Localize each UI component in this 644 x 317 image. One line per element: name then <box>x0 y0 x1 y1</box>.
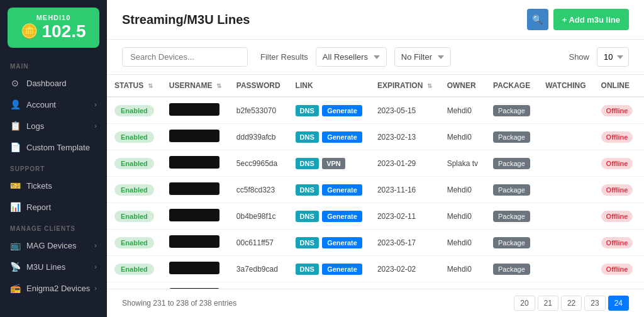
sidebar-item-enigma2[interactable]: 📻 Enigma2 Devices › <box>0 277 107 299</box>
cell-expiration: 2023-02-02 <box>370 256 440 282</box>
cell-owner: Mehdi0 <box>440 230 486 256</box>
cell-password: 8360f95bac <box>229 282 288 289</box>
table-row: Enabled 00c611ff57 DNS Generate 2023-05-… <box>107 230 644 256</box>
dns-button[interactable]: DNS <box>296 184 319 196</box>
table-row: Enabled cc5f8cd323 DNS Generate 2023-11-… <box>107 177 644 203</box>
generate-button[interactable]: Generate <box>322 131 362 143</box>
sidebar-item-logs[interactable]: 📋 Logs › <box>0 115 107 136</box>
dns-button[interactable]: DNS <box>296 211 319 222</box>
cell-owner: Mehdi0 <box>440 282 486 289</box>
m3u-icon: 📡 <box>10 262 20 272</box>
vpn-button[interactable]: VPN <box>322 158 345 169</box>
col-online: ONLINE <box>594 75 641 97</box>
sidebar-label-mag: MAG Devices <box>26 241 76 250</box>
cell-password: 00c611ff57 <box>229 230 288 256</box>
cell-online: Offline <box>594 256 641 282</box>
dns-button[interactable]: DNS <box>296 131 319 143</box>
sidebar-item-mag-devices[interactable]: 📺 MAG Devices › <box>0 235 107 256</box>
cell-username <box>162 97 229 124</box>
reseller-filter-select[interactable]: All Resellers <box>316 47 387 67</box>
cell-package: Package <box>486 150 538 177</box>
cell-package: Package <box>486 124 538 150</box>
cell-online: Offline <box>594 97 641 124</box>
cell-username <box>162 177 229 203</box>
search-input[interactable] <box>122 47 248 67</box>
sidebar-label-logs: Logs <box>26 121 44 131</box>
chevron-right-icon: › <box>94 101 97 108</box>
cell-owner: Mehdi0 <box>440 256 486 282</box>
generate-button[interactable]: Generate <box>322 184 362 196</box>
page-btn-22[interactable]: 22 <box>561 296 582 311</box>
section-label-support: SUPPORT <box>0 158 107 175</box>
cell-watching <box>538 150 593 177</box>
col-password: PASSWORD <box>229 75 288 97</box>
dns-button[interactable]: DNS <box>296 264 319 275</box>
chevron-right-icon: › <box>94 122 97 130</box>
logo-block: MEHDI10 🪙 102.5 <box>8 8 99 48</box>
add-m3u-button[interactable]: + Add m3u line <box>553 9 629 30</box>
cell-status: Enabled <box>107 203 162 230</box>
cell-status: Enabled <box>107 177 162 203</box>
mag-icon: 📺 <box>10 240 20 250</box>
sidebar-item-account[interactable]: 👤 Account › <box>0 94 107 115</box>
cell-package: Package <box>486 177 538 203</box>
cell-watching <box>538 256 593 282</box>
cell-username <box>162 282 229 289</box>
sidebar-item-m3u-lines[interactable]: 📡 M3U Lines › <box>0 256 107 277</box>
col-expiration: EXPIRATION ⇅ <box>370 75 440 97</box>
status-filter-select[interactable]: No Filter <box>394 47 451 67</box>
sidebar-label-dashboard: Dashboard <box>26 79 67 88</box>
search-button[interactable]: 🔍 <box>527 9 548 30</box>
showing-text: Showing 231 to 238 of 238 entries <box>122 299 236 308</box>
page-btn-23[interactable]: 23 <box>584 296 605 311</box>
col-link: LINK <box>288 75 370 97</box>
cell-notes: Arviel <box>640 150 644 177</box>
cell-link: DNS Generate <box>288 203 370 230</box>
page-btn-24[interactable]: 24 <box>608 296 629 311</box>
report-icon: 📊 <box>10 202 20 212</box>
chevron-right-icon: › <box>94 284 97 292</box>
table-row: Enabled 3a7edb9cad DNS Generate 2023-02-… <box>107 256 644 282</box>
generate-button[interactable]: Generate <box>322 105 362 116</box>
sidebar-label-custom-template: Custom Template <box>26 143 90 152</box>
sidebar-item-report[interactable]: 📊 Report <box>0 196 107 218</box>
dns-button[interactable]: DNS <box>296 158 319 169</box>
sidebar-item-custom-template[interactable]: 📄 Custom Template <box>0 136 107 158</box>
chevron-right-icon: › <box>94 242 97 249</box>
cell-online: Offline <box>594 124 641 150</box>
generate-button[interactable]: Generate <box>322 211 362 222</box>
table-row: Enabled 0b4be98f1c DNS Generate 2023-02-… <box>107 203 644 230</box>
section-label-main: MAIN <box>0 55 107 72</box>
cell-notes: Jas <box>640 203 644 230</box>
generate-button[interactable]: Generate <box>322 264 362 275</box>
cell-status: Enabled <box>107 97 162 124</box>
sidebar: MEHDI10 🪙 102.5 MAIN ⊙ Dashboard 👤 Accou… <box>0 0 107 317</box>
show-count-select[interactable]: 10 <box>597 47 629 67</box>
cell-expiration: 2023-02-11 <box>370 203 440 230</box>
cell-online: Offline <box>594 282 641 289</box>
cell-link: DNS Generate <box>288 256 370 282</box>
page-btn-21[interactable]: 21 <box>538 296 558 311</box>
cell-watching <box>538 124 593 150</box>
cell-username <box>162 230 229 256</box>
cell-status: Enabled <box>107 150 162 177</box>
dns-button[interactable]: DNS <box>296 105 319 116</box>
section-label-manage-clients: MANAGE CLIENTS <box>0 218 107 235</box>
filter-label: Filter Results <box>260 52 308 62</box>
cell-password: 5ecc9965da <box>229 150 288 177</box>
generate-button[interactable]: Generate <box>322 237 362 248</box>
cell-password: ddd939afcb <box>229 124 288 150</box>
page-btn-20[interactable]: 20 <box>514 296 535 311</box>
cell-online: Offline <box>594 150 641 177</box>
template-icon: 📄 <box>10 142 20 152</box>
sidebar-item-tickets[interactable]: 🎫 Tickets <box>0 175 107 196</box>
table-row: Enabled b2fe533070 DNS Generate 2023-05-… <box>107 97 644 124</box>
cell-link: DNS Generate <box>288 124 370 150</box>
sidebar-balance: 🪙 102.5 <box>21 21 86 42</box>
cell-username <box>162 124 229 150</box>
col-notes: NOTES ⇅ <box>640 75 644 97</box>
sidebar-item-dashboard[interactable]: ⊙ Dashboard <box>0 72 107 94</box>
cell-package: Package <box>486 203 538 230</box>
dns-button[interactable]: DNS <box>296 237 319 248</box>
sidebar-label-report: Report <box>26 203 51 212</box>
